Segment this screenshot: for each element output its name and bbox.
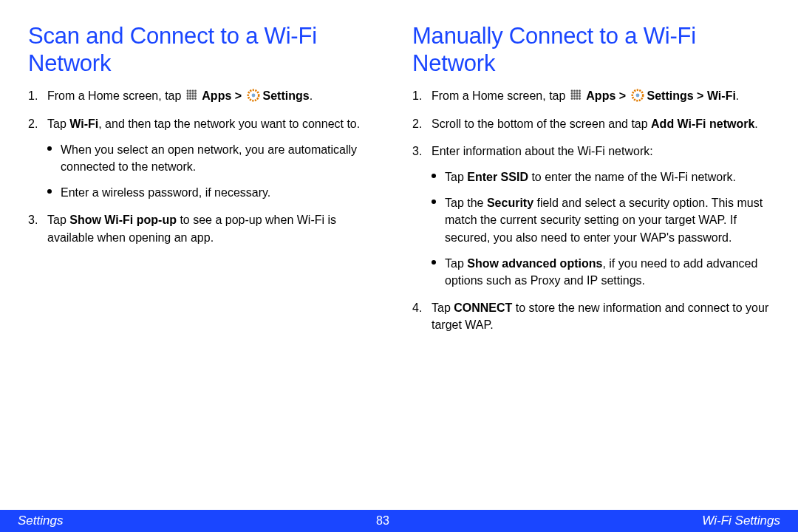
svg-point-22 bbox=[570, 92, 573, 95]
right-steps: From a Home screen, tap Apps > Settings … bbox=[412, 87, 770, 333]
text: From a Home screen, tap bbox=[432, 89, 569, 102]
svg-point-13 bbox=[189, 98, 191, 100]
period: . bbox=[754, 117, 757, 130]
bullet-ssid: Tap Enter SSID to enter the name of the … bbox=[432, 168, 770, 185]
right-heading: Manually Connect to a Wi‑Fi Network bbox=[412, 22, 770, 77]
connect-label: CONNECT bbox=[454, 301, 512, 314]
svg-point-32 bbox=[576, 98, 578, 100]
text: Tap bbox=[445, 257, 467, 270]
apps-icon bbox=[570, 89, 582, 100]
period: . bbox=[736, 89, 739, 102]
left-heading: Scan and Connect to a Wi-Fi Network bbox=[28, 22, 386, 77]
svg-point-33 bbox=[579, 98, 581, 100]
left-step-1: From a Home screen, tap Apps > Settings. bbox=[28, 87, 386, 104]
svg-point-12 bbox=[186, 98, 188, 100]
footer-left: Settings bbox=[18, 514, 63, 528]
svg-point-4 bbox=[186, 92, 188, 95]
security-label: Security bbox=[487, 197, 533, 209]
svg-point-3 bbox=[194, 90, 197, 92]
svg-point-17 bbox=[251, 94, 255, 98]
left-steps: From a Home screen, tap Apps > Settings.… bbox=[28, 87, 386, 245]
svg-point-29 bbox=[579, 95, 581, 98]
svg-point-26 bbox=[570, 95, 573, 98]
text: Scroll to the bottom of the screen and t… bbox=[432, 117, 651, 130]
svg-point-21 bbox=[579, 90, 581, 92]
right-step-4: Tap CONNECT to store the new information… bbox=[412, 299, 770, 333]
gt: > bbox=[231, 89, 245, 102]
text: Enter information about the Wi-Fi networ… bbox=[432, 145, 653, 157]
right-step-2: Scroll to the bottom of the screen and t… bbox=[412, 115, 770, 132]
period: . bbox=[310, 89, 313, 102]
show-popup-label: Show Wi-Fi pop-up bbox=[69, 214, 177, 226]
svg-point-7 bbox=[194, 92, 197, 95]
text: Tap bbox=[432, 301, 454, 314]
text: Tap the bbox=[445, 197, 487, 209]
bullet-password: Enter a wireless password, if necessary. bbox=[47, 184, 386, 201]
page-number: 83 bbox=[376, 514, 389, 528]
wifi-label: Wi-Fi bbox=[69, 117, 98, 130]
right-step3-bullets: Tap Enter SSID to enter the name of the … bbox=[432, 168, 770, 289]
wifi-crumb: > Wi-Fi bbox=[694, 89, 736, 102]
svg-point-8 bbox=[186, 95, 188, 98]
svg-point-9 bbox=[189, 95, 191, 98]
bullet-open-network: When you select an open network, you are… bbox=[47, 141, 386, 175]
bullet-advanced: Tap Show advanced options, if you need t… bbox=[432, 255, 770, 289]
svg-point-0 bbox=[186, 90, 188, 92]
svg-point-23 bbox=[573, 92, 576, 95]
apps-label: Apps bbox=[586, 89, 615, 102]
svg-point-1 bbox=[189, 90, 191, 92]
svg-point-11 bbox=[194, 95, 197, 98]
text: Tap bbox=[47, 117, 69, 130]
bullet-security: Tap the Security field and select a secu… bbox=[432, 194, 770, 246]
svg-point-35 bbox=[635, 94, 639, 98]
ssid-label: Enter SSID bbox=[467, 171, 528, 183]
text: Tap bbox=[47, 214, 69, 226]
settings-icon bbox=[631, 89, 644, 102]
text: , and then tap the network you want to c… bbox=[98, 117, 360, 130]
svg-point-30 bbox=[570, 98, 573, 100]
svg-point-18 bbox=[570, 90, 573, 92]
text: to enter the name of the Wi-Fi network. bbox=[528, 171, 736, 183]
svg-point-19 bbox=[573, 90, 576, 92]
svg-point-6 bbox=[191, 92, 194, 95]
svg-point-25 bbox=[579, 92, 581, 95]
left-step2-bullets: When you select an open network, you are… bbox=[47, 141, 386, 202]
advanced-label: Show advanced options bbox=[467, 257, 602, 270]
footer-right: Wi-Fi Settings bbox=[702, 514, 780, 528]
right-step-1: From a Home screen, tap Apps > Settings … bbox=[412, 87, 770, 104]
left-column: Scan and Connect to a Wi-Fi Network From… bbox=[28, 22, 386, 502]
add-network-label: Add Wi-Fi network bbox=[651, 117, 754, 130]
svg-point-5 bbox=[189, 92, 191, 95]
right-step-3: Enter information about the Wi-Fi networ… bbox=[412, 143, 770, 289]
svg-point-28 bbox=[576, 95, 578, 98]
settings-icon bbox=[247, 89, 260, 102]
text: Tap bbox=[445, 171, 467, 183]
gt: > bbox=[615, 89, 629, 102]
left-step-3: Tap Show Wi-Fi pop-up to see a pop-up wh… bbox=[28, 211, 386, 245]
footer: Settings 83 Wi-Fi Settings bbox=[0, 510, 798, 532]
right-column: Manually Connect to a Wi‑Fi Network From… bbox=[412, 22, 770, 502]
svg-point-10 bbox=[191, 95, 194, 98]
apps-icon bbox=[186, 89, 197, 100]
svg-point-2 bbox=[191, 90, 194, 92]
settings-label: Settings bbox=[263, 89, 310, 102]
page-body: Scan and Connect to a Wi-Fi Network From… bbox=[0, 0, 798, 502]
svg-point-31 bbox=[573, 98, 576, 100]
text: From a Home screen, tap bbox=[47, 89, 185, 102]
svg-point-20 bbox=[576, 90, 578, 92]
svg-point-14 bbox=[191, 98, 194, 100]
apps-label: Apps bbox=[202, 89, 231, 102]
svg-point-24 bbox=[576, 92, 578, 95]
svg-point-27 bbox=[573, 95, 576, 98]
left-step-2: Tap Wi-Fi, and then tap the network you … bbox=[28, 115, 386, 202]
svg-point-15 bbox=[194, 98, 197, 100]
settings-label: Settings bbox=[647, 89, 694, 102]
